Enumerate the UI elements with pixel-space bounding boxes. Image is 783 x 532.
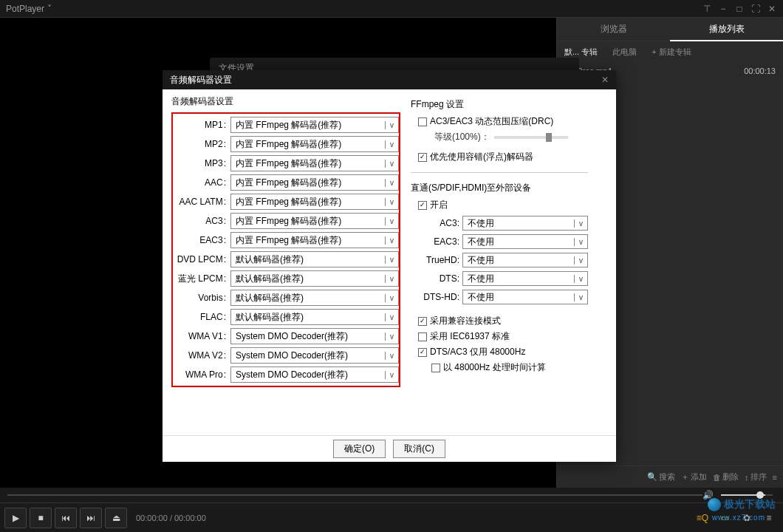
- decoder-label: WMA V2: [173, 350, 230, 361]
- tab-playlist[interactable]: 播放列表: [670, 18, 783, 41]
- chevron-down-icon: v: [385, 217, 398, 225]
- passthrough-label: TrueHD: [411, 255, 462, 265]
- chevron-down-icon: v: [385, 275, 398, 283]
- iec-checkbox[interactable]: [418, 332, 427, 341]
- app-title: PotPlayer: [6, 4, 44, 14]
- float-decoder-checkbox[interactable]: [418, 153, 427, 162]
- decoder-label: MP1: [173, 120, 230, 130]
- chevron-down-icon: v: [385, 198, 398, 206]
- dialog-close-button[interactable]: ✕: [601, 75, 609, 85]
- decoder-row: MP2内置 FFmpeg 解码器(推荐)v: [173, 136, 399, 152]
- trash-icon: 🗑: [713, 473, 721, 482]
- decoder-row: AC3内置 FFmpeg 解码器(推荐)v: [173, 213, 399, 229]
- drc-level-label: 等级(100%)：: [434, 131, 588, 143]
- subtab-computer[interactable]: 此电脑: [605, 41, 644, 62]
- decoder-label: MP3: [173, 158, 230, 168]
- minimize-button[interactable]: −: [718, 4, 728, 14]
- time-display: 00:00:00 / 00:00:00: [136, 514, 206, 522]
- chevron-down-icon: v: [385, 236, 398, 245]
- decoder-label: AC3: [173, 216, 230, 226]
- plus-icon: ＋: [681, 471, 689, 482]
- title-dropdown-icon[interactable]: ˅: [47, 4, 52, 14]
- drc-level-slider[interactable]: [494, 136, 568, 139]
- passthrough-row: DTS-HD不使用v: [411, 290, 588, 304]
- sidebar-search-button[interactable]: 🔍搜索: [647, 471, 675, 482]
- subtab-new-album[interactable]: + 新建专辑: [644, 41, 698, 62]
- play-button[interactable]: ▶: [4, 508, 27, 528]
- chevron-down-icon: v: [574, 275, 587, 283]
- dialog-title: 音频解码器设置: [170, 74, 232, 86]
- decoder-row: AAC LATM内置 FFmpeg 解码器(推荐)v: [173, 194, 399, 210]
- passthrough-label: DTS-HD: [411, 292, 462, 302]
- decoder-combo[interactable]: 内置 FFmpeg 解码器(推荐)v: [230, 117, 399, 133]
- decoder-combo[interactable]: 内置 FFmpeg 解码器(推荐)v: [230, 213, 399, 229]
- prev-button[interactable]: ⏮: [55, 508, 77, 528]
- compat-mode-checkbox[interactable]: [418, 317, 427, 326]
- passthrough-row: AC3不使用v: [411, 216, 588, 231]
- chevron-down-icon: v: [385, 160, 398, 168]
- decoder-row: WMA V1System DMO Decoder(推荐)v: [173, 328, 399, 344]
- restore-button[interactable]: □: [734, 4, 745, 14]
- drc-checkbox[interactable]: [418, 117, 427, 126]
- dts48-checkbox[interactable]: [418, 348, 427, 357]
- decoder-section-label: 音频解码器设置: [171, 95, 400, 108]
- ok-button[interactable]: 确定(O): [333, 440, 386, 458]
- decoder-combo[interactable]: 内置 FFmpeg 解码器(推荐)v: [230, 174, 399, 191]
- decoder-combo[interactable]: 默认解码器(推荐)v: [230, 251, 399, 267]
- passthrough-combo[interactable]: 不使用v: [462, 216, 588, 231]
- cancel-button[interactable]: 取消(C): [393, 440, 445, 458]
- decoder-combo[interactable]: 内置 FFmpeg 解码器(推荐)v: [230, 232, 399, 248]
- decoder-label: DVD LPCM: [173, 254, 230, 265]
- ffmpeg-section-title: FFmpeg 设置: [411, 95, 588, 111]
- decoder-label: AAC LATM: [173, 197, 230, 207]
- decoder-combo[interactable]: 内置 FFmpeg 解码器(推荐)v: [230, 136, 399, 152]
- watermark-logo-icon: [708, 498, 721, 511]
- eject-button[interactable]: ⏏: [105, 508, 127, 528]
- passthrough-combo[interactable]: 不使用v: [462, 290, 588, 304]
- decoder-combo[interactable]: System DMO Decoder(推荐)v: [230, 347, 399, 364]
- tab-browser[interactable]: 浏览器: [557, 18, 670, 41]
- decoder-combo[interactable]: 内置 FFmpeg 解码器(推荐)v: [230, 194, 399, 210]
- decoder-row: AAC内置 FFmpeg 解码器(推荐)v: [173, 174, 399, 191]
- decoder-combo[interactable]: System DMO Decoder(推荐)v: [230, 366, 399, 383]
- passthrough-enable-checkbox[interactable]: [418, 201, 427, 210]
- decoder-combo[interactable]: 默认解码器(推荐)v: [230, 270, 399, 287]
- progress-bar[interactable]: 🔊: [0, 488, 783, 502]
- decoder-highlight-box: MP1内置 FFmpeg 解码器(推荐)vMP2内置 FFmpeg 解码器(推荐…: [171, 112, 400, 387]
- decoder-combo[interactable]: 默认解码器(推荐)v: [230, 290, 399, 306]
- decoder-label: EAC3: [173, 235, 230, 245]
- stop-button[interactable]: ■: [30, 508, 52, 528]
- passthrough-label: AC3: [411, 218, 462, 228]
- search-icon: 🔍: [647, 472, 657, 482]
- chevron-down-icon: v: [385, 256, 398, 264]
- decoder-combo[interactable]: 默认解码器(推荐)v: [230, 309, 399, 325]
- passthrough-combo[interactable]: 不使用v: [462, 234, 588, 249]
- audio-decoder-settings-dialog: 音频解码器设置 ✕ 音频解码器设置 MP1内置 FFmpeg 解码器(推荐)vM…: [163, 70, 616, 462]
- sidebar-menu-button[interactable]: ≡: [773, 473, 777, 482]
- passthrough-label: EAC3: [411, 236, 462, 247]
- sidebar-sort-button[interactable]: ↕排序: [745, 471, 767, 482]
- decoder-combo[interactable]: System DMO Decoder(推荐)v: [230, 328, 399, 344]
- next-button[interactable]: ⏭: [80, 508, 102, 528]
- pin-button[interactable]: ⊤: [702, 4, 712, 14]
- volume-slider[interactable]: [721, 494, 773, 496]
- decoder-label: FLAC: [173, 312, 230, 322]
- sidebar-delete-button[interactable]: 🗑删除: [713, 471, 739, 482]
- close-button[interactable]: ✕: [767, 4, 777, 14]
- passthrough-row: DTS不使用v: [411, 271, 588, 286]
- sidebar-add-button[interactable]: ＋添加: [681, 471, 707, 482]
- chevron-down-icon: v: [385, 352, 398, 360]
- passthrough-combo[interactable]: 不使用v: [462, 271, 588, 286]
- calc48-checkbox[interactable]: [431, 364, 440, 372]
- chevron-down-icon: v: [385, 294, 398, 302]
- decoder-combo[interactable]: 内置 FFmpeg 解码器(推荐)v: [230, 155, 399, 171]
- passthrough-combo[interactable]: 不使用v: [462, 253, 588, 267]
- decoder-label: WMA Pro: [173, 369, 230, 380]
- fullscreen-button[interactable]: ⛶: [750, 4, 761, 14]
- chevron-down-icon: v: [574, 293, 587, 301]
- decoder-label: 蓝光 LPCM: [173, 273, 230, 285]
- passthrough-label: DTS: [411, 273, 462, 284]
- watermark: 极光下载站: [708, 498, 776, 511]
- passthrough-row: TrueHD不使用v: [411, 253, 588, 267]
- decoder-row: Vorbis默认解码器(推荐)v: [173, 290, 399, 306]
